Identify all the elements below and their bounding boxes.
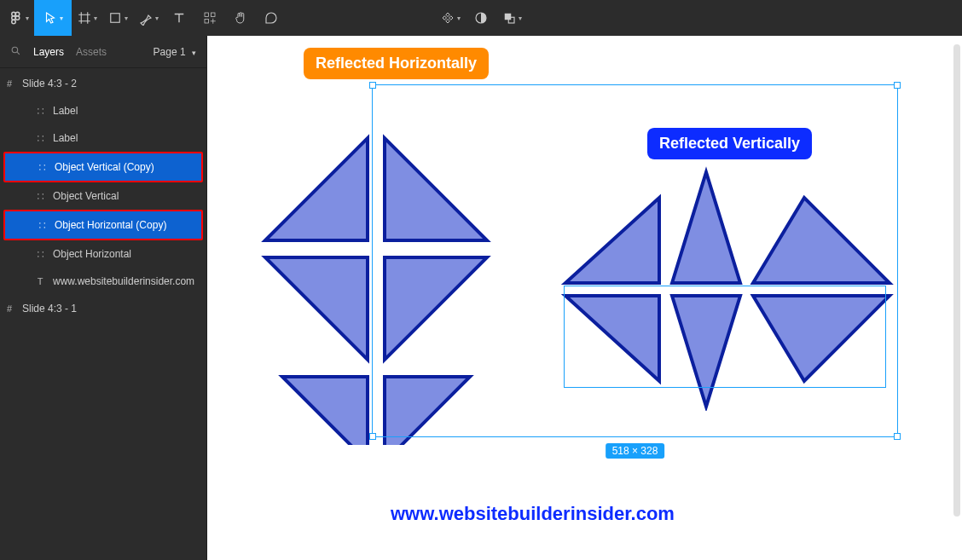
svg-rect-10: [505, 14, 512, 20]
resources-icon: [202, 10, 217, 26]
group-icon: ⸬: [36, 220, 48, 231]
canvas-url-text: www.websitebuilderinsider.com: [391, 503, 675, 525]
text-tool[interactable]: [164, 0, 194, 36]
toolbar-center: ▾ ▾: [435, 0, 527, 36]
label-reflected-horizontal: Reflected Horizontally: [304, 48, 489, 79]
hand-tool[interactable]: [225, 0, 256, 36]
chevron-down-icon: ▾: [26, 14, 29, 22]
layer-obj-horiz-copy[interactable]: ⸬ Object Horizontal (Copy): [3, 210, 203, 240]
comment-icon: [264, 10, 279, 26]
svg-marker-17: [282, 377, 368, 445]
tab-layers[interactable]: Layers: [33, 46, 64, 58]
search-icon[interactable]: [10, 45, 21, 59]
canvas-scrollbar[interactable]: [953, 44, 960, 517]
hand-icon: [233, 10, 248, 26]
figma-icon: [9, 10, 24, 26]
text-icon: [171, 10, 187, 26]
layers-panel: Layers Assets Page 1 ▾ # Slide 4:3 - 2 ⸬…: [0, 36, 207, 560]
chevron-down-icon: ▾: [125, 14, 128, 22]
mask-icon: [473, 10, 489, 26]
tab-assets[interactable]: Assets: [76, 46, 107, 58]
chevron-down-icon: ▾: [192, 49, 196, 57]
move-tool[interactable]: ▾: [34, 0, 72, 36]
chevron-down-icon: ▾: [94, 14, 97, 22]
mask-tool[interactable]: [466, 0, 496, 36]
svg-point-4: [12, 20, 16, 24]
frame-slide-1[interactable]: # Slide 4:3 - 1: [0, 295, 206, 322]
svg-marker-15: [265, 257, 368, 360]
layers-list: # Slide 4:3 - 2 ⸬ Label ⸬ Label ⸬ Object…: [0, 68, 206, 324]
layer-obj-vert-copy[interactable]: ⸬ Object Vertical (Copy): [3, 152, 203, 182]
layer-url[interactable]: T www.websitebuilderinsider.com: [0, 268, 206, 295]
svg-rect-6: [205, 13, 209, 17]
group-icon: ⸬: [34, 249, 46, 260]
svg-point-3: [15, 16, 20, 20]
frame-icon: #: [3, 303, 15, 314]
components-tool[interactable]: ▾: [435, 0, 466, 36]
svg-marker-13: [265, 138, 368, 240]
boolean-tool[interactable]: ▾: [496, 0, 527, 36]
component-icon: [440, 10, 455, 26]
page-selector[interactable]: Page 1 ▾: [154, 46, 196, 58]
selection-handle-br[interactable]: [894, 433, 901, 440]
panel-header: Layers Assets Page 1 ▾: [0, 36, 206, 68]
top-toolbar: ▾ ▾ ▾ ▾ ▾ ▾ ▾: [0, 0, 962, 36]
comment-tool[interactable]: [256, 0, 287, 36]
chevron-down-icon: ▾: [519, 14, 522, 22]
resources-tool[interactable]: [194, 0, 225, 36]
shape-tool[interactable]: ▾: [102, 0, 133, 36]
group-icon: ⸬: [34, 133, 46, 144]
pen-tool[interactable]: ▾: [133, 0, 164, 36]
selection-handle-tr[interactable]: [894, 82, 901, 89]
layer-obj-vert[interactable]: ⸬ Object Vertical: [0, 182, 206, 210]
layer-label-1[interactable]: ⸬ Label: [0, 97, 206, 124]
rectangle-icon: [107, 10, 123, 26]
selection-handle-bl[interactable]: [369, 433, 376, 440]
text-icon: T: [34, 276, 46, 286]
pen-icon: [138, 10, 154, 26]
selection-outer[interactable]: 518 × 328: [372, 84, 898, 437]
group-icon: ⸬: [34, 191, 46, 202]
svg-point-12: [12, 47, 18, 53]
frame-tool[interactable]: ▾: [72, 0, 102, 36]
selection-size-badge: 518 × 328: [606, 443, 665, 459]
cursor-icon: [43, 10, 58, 26]
frame-icon: [77, 10, 92, 26]
frame-slide-2[interactable]: # Slide 4:3 - 2: [0, 70, 206, 97]
chevron-down-icon: ▾: [60, 14, 63, 22]
layer-obj-horiz[interactable]: ⸬ Object Horizontal: [0, 240, 206, 268]
canvas[interactable]: Reflected Horizontally Reflected Vertica…: [207, 36, 962, 560]
svg-rect-7: [212, 13, 216, 17]
boolean-icon: [501, 10, 517, 26]
svg-rect-8: [205, 20, 209, 24]
group-icon: ⸬: [36, 162, 48, 173]
chevron-down-icon: ▾: [155, 14, 159, 22]
layer-label-2[interactable]: ⸬ Label: [0, 124, 206, 152]
group-icon: ⸬: [34, 106, 46, 117]
selection-handle-tl[interactable]: [369, 82, 376, 89]
svg-rect-5: [111, 14, 120, 23]
figma-menu[interactable]: ▾: [3, 0, 34, 36]
frame-icon: #: [3, 78, 15, 89]
chevron-down-icon: ▾: [457, 14, 461, 22]
